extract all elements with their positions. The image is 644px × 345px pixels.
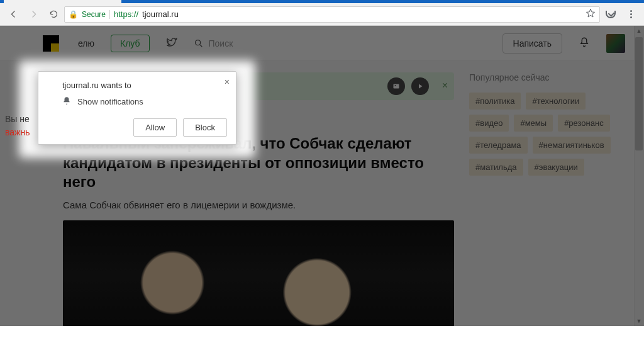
tag[interactable]: #немагиятиньков	[533, 137, 611, 154]
banner-play-icon[interactable]	[411, 77, 429, 95]
scroll-down-button[interactable]: ▼	[634, 316, 644, 326]
tag[interactable]: #видео	[469, 115, 509, 132]
site-logo-icon[interactable]	[43, 35, 59, 52]
reload-button[interactable]	[44, 6, 63, 23]
url-protocol: https://	[114, 9, 138, 19]
block-button[interactable]: Block	[183, 118, 227, 137]
club-button[interactable]: Клуб	[111, 35, 150, 52]
permission-dialog: × tjournal.ru wants to Show notification…	[38, 71, 236, 145]
article-hero-image	[63, 220, 454, 326]
sidebar-title: Популярное сейчас	[469, 72, 625, 82]
scroll-up-button[interactable]: ▲	[634, 26, 644, 36]
permission-item: Show notifications	[77, 97, 143, 106]
avatar[interactable]	[606, 34, 625, 53]
scrollbar[interactable]: ▲ ▼	[634, 26, 644, 326]
tag[interactable]: #политика	[469, 93, 521, 110]
nav-link-fragment[interactable]: елю	[78, 38, 94, 48]
new-tab-button[interactable]: ▱	[125, 0, 140, 3]
bell-icon	[62, 96, 71, 107]
tag[interactable]: #эвакуации	[528, 159, 584, 176]
twitter-icon[interactable]	[166, 37, 177, 50]
write-button[interactable]: Написать	[502, 33, 562, 54]
forward-button[interactable]	[24, 6, 43, 23]
search-group[interactable]: Поиск	[194, 38, 233, 48]
pocket-extension-icon[interactable]	[601, 6, 620, 23]
scroll-thumb[interactable]	[635, 37, 643, 150]
address-bar[interactable]: 🔒 Secure https://tjournal.ru	[64, 6, 600, 23]
banner-image-icon[interactable]	[387, 77, 405, 95]
svg-point-3	[395, 85, 396, 86]
secure-label: Secure	[82, 10, 106, 19]
bookmark-star-icon[interactable]	[586, 8, 596, 20]
tag[interactable]: #теледрама	[469, 137, 528, 154]
article-subtitle: Сама Собчак обвиняет его в лицемерии и в…	[63, 200, 454, 210]
notifications-icon[interactable]	[579, 37, 590, 50]
site-header: елю Клуб Поиск Написать	[0, 26, 644, 61]
svg-point-1	[195, 40, 200, 45]
separator	[109, 10, 110, 19]
tag[interactable]: #резонанс	[558, 115, 610, 132]
url-host: tjournal.ru	[142, 9, 179, 19]
back-button[interactable]	[4, 6, 23, 23]
permission-close-button[interactable]: ×	[225, 77, 230, 87]
banner-close-button[interactable]: ×	[442, 80, 448, 91]
tag[interactable]: #матильда	[469, 159, 523, 176]
search-placeholder: Поиск	[209, 38, 233, 48]
page-viewport: елю Клуб Поиск Написать	[0, 26, 644, 326]
browser-tab[interactable]: TJ — новости интернета ×	[4, 0, 121, 3]
tag[interactable]: #технологии	[526, 93, 586, 110]
lock-icon: 🔒	[69, 10, 78, 19]
tag-list: #политика #технологии #видео #мемы #резо…	[469, 93, 625, 176]
tag[interactable]: #мемы	[514, 115, 553, 132]
chrome-menu-button[interactable]	[621, 6, 640, 23]
omnibar: 🔒 Secure https://tjournal.ru	[0, 3, 644, 26]
allow-button[interactable]: Allow	[133, 118, 177, 137]
permission-title: tjournal.ru wants to	[62, 81, 227, 90]
